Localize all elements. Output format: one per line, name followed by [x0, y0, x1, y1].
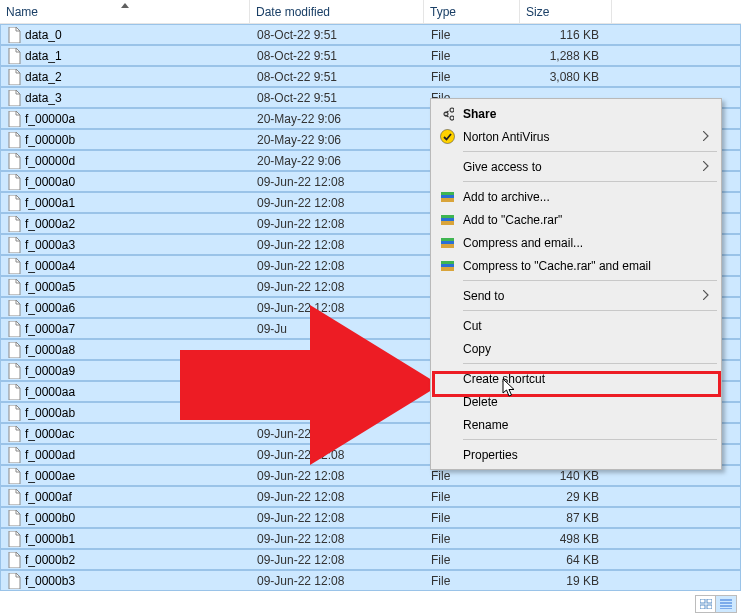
file-date-label: 09-Jun-22 12:08 — [251, 301, 425, 315]
column-header-size-label: Size — [526, 5, 549, 19]
file-name-label: f_0000ab — [25, 406, 75, 420]
file-name-label: f_0000a3 — [25, 238, 75, 252]
file-type-label: File — [425, 490, 521, 504]
column-header-date[interactable]: Date modified — [250, 0, 424, 23]
file-icon — [7, 279, 21, 295]
file-type-label: File — [425, 532, 521, 546]
menu-item-properties[interactable]: Properties — [433, 443, 719, 466]
menu-item-send-to[interactable]: Send to — [433, 284, 719, 307]
menu-item-copy-label: Copy — [463, 342, 491, 356]
file-date-label: 08-Oct-22 9:51 — [251, 91, 425, 105]
file-row[interactable]: f_0000b009-Jun-22 12:08File87 KB — [0, 507, 741, 528]
file-name-label: f_0000a6 — [25, 301, 75, 315]
share-icon — [439, 106, 455, 122]
file-icon — [7, 363, 21, 379]
column-header-date-label: Date modified — [256, 5, 330, 19]
file-icon — [7, 552, 21, 568]
column-header-type[interactable]: Type — [424, 0, 520, 23]
menu-item-norton-label: Norton AntiVirus — [463, 130, 550, 144]
file-icon — [7, 258, 21, 274]
menu-item-create-shortcut-label: Create shortcut — [463, 372, 545, 386]
column-header-name[interactable]: Name — [0, 0, 250, 23]
winrar-icon — [439, 235, 455, 251]
file-size-label: 498 KB — [521, 532, 613, 546]
menu-item-create-shortcut[interactable]: Create shortcut — [433, 367, 719, 390]
menu-item-rename[interactable]: Rename — [433, 413, 719, 436]
menu-item-compress-cache-email-label: Compress to "Cache.rar" and email — [463, 259, 651, 273]
file-name-label: f_0000a1 — [25, 196, 75, 210]
file-name-label: f_0000a0 — [25, 175, 75, 189]
file-date-label: 09-Jun-22 12:08 — [251, 532, 425, 546]
file-name-label: f_00000b — [25, 133, 75, 147]
file-icon — [7, 27, 21, 43]
file-icon — [7, 531, 21, 547]
file-date-label: 20-May-22 9:06 — [251, 112, 425, 126]
file-date-label: 09-Jun-22 12:08 — [251, 196, 425, 210]
view-large-icons-button[interactable] — [696, 596, 716, 612]
menu-item-share-label: Share — [463, 107, 496, 121]
menu-separator — [463, 439, 717, 440]
file-date-label: 09-Ju — [251, 322, 425, 336]
svg-rect-20 — [707, 605, 712, 609]
file-name-label: f_0000b2 — [25, 553, 75, 567]
file-size-label: 116 KB — [521, 28, 613, 42]
context-menu: Share Norton AntiVirus Give access to Ad… — [430, 98, 722, 470]
file-date-label: 09-Jun-22 12:08 — [251, 259, 425, 273]
file-icon — [7, 426, 21, 442]
file-name-label: f_0000b1 — [25, 532, 75, 546]
file-date-label: 08-Oct-22 9:51 — [251, 49, 425, 63]
menu-item-compress-email[interactable]: Compress and email... — [433, 231, 719, 254]
chevron-right-icon — [703, 160, 709, 174]
column-header-size[interactable]: Size — [520, 0, 612, 23]
file-name-label: f_0000b0 — [25, 511, 75, 525]
menu-item-compress-cache-email[interactable]: Compress to "Cache.rar" and email — [433, 254, 719, 277]
file-row[interactable]: f_0000af09-Jun-22 12:08File29 KB — [0, 486, 741, 507]
menu-item-give-access-label: Give access to — [463, 160, 542, 174]
menu-item-add-archive[interactable]: Add to archive... — [433, 185, 719, 208]
menu-item-norton[interactable]: Norton AntiVirus — [433, 125, 719, 148]
file-icon — [7, 342, 21, 358]
file-row[interactable]: f_0000b209-Jun-22 12:08File64 KB — [0, 549, 741, 570]
file-row[interactable]: data_008-Oct-22 9:51File116 KB — [0, 24, 741, 45]
svg-rect-12 — [441, 244, 454, 248]
file-type-label: File — [425, 70, 521, 84]
file-row[interactable]: f_0000b109-Jun-22 12:08File498 KB — [0, 528, 741, 549]
view-details-button[interactable] — [716, 596, 736, 612]
menu-item-copy[interactable]: Copy — [433, 337, 719, 360]
file-date-label: 09-Jun-22 12:08 — [251, 280, 425, 294]
file-icon — [7, 216, 21, 232]
svg-rect-2 — [441, 192, 454, 195]
file-date-label: 09-Jun-22 12:08 — [251, 490, 425, 504]
menu-item-cut[interactable]: Cut — [433, 314, 719, 337]
file-type-label: File — [425, 28, 521, 42]
file-date-label: 09-Jun-22 12:08 — [251, 553, 425, 567]
file-name-label: f_0000a4 — [25, 259, 75, 273]
file-size-label: 64 KB — [521, 553, 613, 567]
svg-rect-10 — [441, 238, 454, 241]
menu-separator — [463, 151, 717, 152]
file-icon — [7, 573, 21, 589]
menu-separator — [463, 310, 717, 311]
file-date-label: 09-Jun-22 12:08 — [251, 448, 425, 462]
file-row[interactable]: data_108-Oct-22 9:51File1,288 KB — [0, 45, 741, 66]
file-icon — [7, 300, 21, 316]
file-row[interactable]: f_0000b309-Jun-22 12:08File19 KB — [0, 570, 741, 591]
menu-item-share[interactable]: Share — [433, 102, 719, 125]
menu-item-compress-email-label: Compress and email... — [463, 236, 583, 250]
svg-point-0 — [440, 130, 454, 144]
file-size-label: 3,080 KB — [521, 70, 613, 84]
menu-item-give-access[interactable]: Give access to — [433, 155, 719, 178]
menu-item-delete[interactable]: Delete — [433, 390, 719, 413]
file-name-label: f_0000ac — [25, 427, 74, 441]
file-date-label: 20-May-22 9:06 — [251, 154, 425, 168]
file-icon — [7, 153, 21, 169]
svg-rect-3 — [441, 195, 454, 198]
file-icon — [7, 405, 21, 421]
svg-rect-18 — [707, 599, 712, 603]
menu-separator — [463, 363, 717, 364]
file-size-label: 87 KB — [521, 511, 613, 525]
file-row[interactable]: data_208-Oct-22 9:51File3,080 KB — [0, 66, 741, 87]
menu-item-add-cache[interactable]: Add to "Cache.rar" — [433, 208, 719, 231]
svg-rect-17 — [700, 599, 705, 603]
menu-item-properties-label: Properties — [463, 448, 518, 462]
